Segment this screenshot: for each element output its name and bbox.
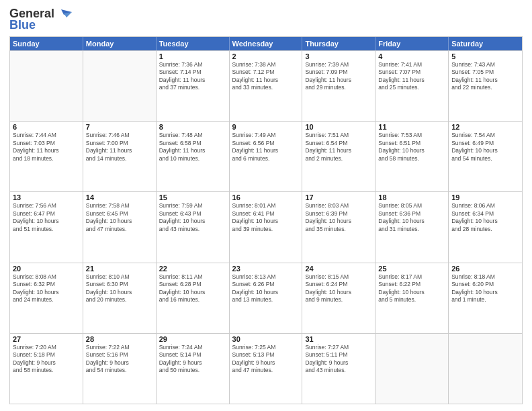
- day-number: 6: [13, 123, 80, 131]
- weekday-header-monday: Monday: [83, 37, 157, 50]
- day-cell-30: 30Sunrise: 7:25 AM Sunset: 5:13 PM Dayli…: [230, 334, 303, 404]
- calendar-row-1: 1Sunrise: 7:36 AM Sunset: 7:14 PM Daylig…: [10, 50, 522, 121]
- header: General Blue: [9, 7, 523, 32]
- day-cell-19: 19Sunrise: 8:06 AM Sunset: 6:34 PM Dayli…: [449, 192, 522, 262]
- calendar: SundayMondayTuesdayWednesdayThursdayFrid…: [9, 36, 523, 404]
- day-number: 18: [378, 193, 445, 201]
- day-info: Sunrise: 7:54 AM Sunset: 6:49 PM Dayligh…: [451, 132, 519, 163]
- day-cell-23: 23Sunrise: 8:13 AM Sunset: 6:26 PM Dayli…: [230, 263, 303, 333]
- day-cell-26: 26Sunrise: 8:18 AM Sunset: 6:20 PM Dayli…: [449, 263, 522, 333]
- day-cell-8: 8Sunrise: 7:48 AM Sunset: 6:58 PM Daylig…: [157, 122, 230, 191]
- day-info: Sunrise: 7:24 AM Sunset: 5:14 PM Dayligh…: [159, 344, 226, 375]
- day-info: Sunrise: 7:48 AM Sunset: 6:58 PM Dayligh…: [159, 132, 226, 163]
- day-number: 5: [451, 52, 519, 60]
- day-info: Sunrise: 8:06 AM Sunset: 6:34 PM Dayligh…: [451, 202, 519, 233]
- day-cell-27: 27Sunrise: 7:20 AM Sunset: 5:18 PM Dayli…: [10, 334, 83, 404]
- day-cell-17: 17Sunrise: 8:03 AM Sunset: 6:39 PM Dayli…: [302, 192, 375, 262]
- day-info: Sunrise: 7:44 AM Sunset: 7:03 PM Dayligh…: [13, 132, 80, 163]
- empty-cell: [83, 51, 157, 121]
- day-info: Sunrise: 8:03 AM Sunset: 6:39 PM Dayligh…: [305, 202, 372, 233]
- weekday-header-tuesday: Tuesday: [157, 37, 230, 50]
- day-number: 31: [305, 335, 372, 343]
- day-cell-13: 13Sunrise: 7:56 AM Sunset: 6:47 PM Dayli…: [10, 192, 83, 262]
- day-number: 13: [13, 193, 80, 201]
- calendar-row-4: 20Sunrise: 8:08 AM Sunset: 6:32 PM Dayli…: [10, 263, 522, 333]
- page: General Blue SundayMondayTuesdayWednesda…: [0, 0, 532, 411]
- day-info: Sunrise: 7:39 AM Sunset: 7:09 PM Dayligh…: [305, 61, 372, 92]
- weekday-header-saturday: Saturday: [449, 37, 522, 50]
- day-info: Sunrise: 8:01 AM Sunset: 6:41 PM Dayligh…: [232, 202, 300, 233]
- day-info: Sunrise: 7:53 AM Sunset: 6:51 PM Dayligh…: [378, 132, 445, 163]
- day-cell-7: 7Sunrise: 7:46 AM Sunset: 7:00 PM Daylig…: [83, 122, 157, 191]
- day-cell-4: 4Sunrise: 7:41 AM Sunset: 7:07 PM Daylig…: [375, 51, 449, 121]
- calendar-row-5: 27Sunrise: 7:20 AM Sunset: 5:18 PM Dayli…: [10, 333, 522, 404]
- day-info: Sunrise: 7:22 AM Sunset: 5:16 PM Dayligh…: [86, 344, 153, 375]
- day-number: 9: [232, 123, 300, 131]
- day-info: Sunrise: 8:15 AM Sunset: 6:24 PM Dayligh…: [305, 273, 372, 304]
- day-number: 28: [86, 335, 153, 343]
- calendar-header: SundayMondayTuesdayWednesdayThursdayFrid…: [10, 37, 522, 50]
- day-cell-18: 18Sunrise: 8:05 AM Sunset: 6:36 PM Dayli…: [375, 192, 449, 262]
- day-cell-14: 14Sunrise: 7:58 AM Sunset: 6:45 PM Dayli…: [83, 192, 157, 262]
- day-info: Sunrise: 8:10 AM Sunset: 6:30 PM Dayligh…: [86, 273, 153, 304]
- logo-bird-icon: [57, 8, 72, 20]
- day-number: 17: [305, 193, 372, 201]
- empty-cell: [10, 51, 83, 121]
- day-number: 10: [305, 123, 372, 131]
- calendar-row-2: 6Sunrise: 7:44 AM Sunset: 7:03 PM Daylig…: [10, 121, 522, 191]
- empty-cell: [449, 334, 522, 404]
- day-info: Sunrise: 7:20 AM Sunset: 5:18 PM Dayligh…: [13, 344, 80, 375]
- logo: General Blue: [9, 7, 72, 32]
- day-number: 8: [159, 123, 226, 131]
- day-number: 7: [86, 123, 153, 131]
- day-number: 1: [159, 52, 226, 60]
- day-info: Sunrise: 7:56 AM Sunset: 6:47 PM Dayligh…: [13, 202, 80, 233]
- empty-cell: [375, 334, 449, 404]
- day-number: 4: [378, 52, 445, 60]
- day-number: 29: [159, 335, 226, 343]
- day-number: 14: [86, 193, 153, 201]
- day-number: 21: [86, 265, 153, 273]
- day-number: 2: [232, 52, 300, 60]
- day-info: Sunrise: 8:18 AM Sunset: 6:20 PM Dayligh…: [451, 273, 519, 304]
- day-cell-24: 24Sunrise: 8:15 AM Sunset: 6:24 PM Dayli…: [302, 263, 375, 333]
- day-number: 15: [159, 193, 226, 201]
- day-info: Sunrise: 7:25 AM Sunset: 5:13 PM Dayligh…: [232, 344, 300, 375]
- day-cell-6: 6Sunrise: 7:44 AM Sunset: 7:03 PM Daylig…: [10, 122, 83, 191]
- day-cell-16: 16Sunrise: 8:01 AM Sunset: 6:41 PM Dayli…: [230, 192, 303, 262]
- day-cell-10: 10Sunrise: 7:51 AM Sunset: 6:54 PM Dayli…: [302, 122, 375, 191]
- day-number: 19: [451, 193, 519, 201]
- day-cell-21: 21Sunrise: 8:10 AM Sunset: 6:30 PM Dayli…: [83, 263, 157, 333]
- day-info: Sunrise: 8:17 AM Sunset: 6:22 PM Dayligh…: [378, 273, 445, 304]
- day-number: 16: [232, 193, 300, 201]
- day-info: Sunrise: 8:11 AM Sunset: 6:28 PM Dayligh…: [159, 273, 226, 304]
- day-info: Sunrise: 7:51 AM Sunset: 6:54 PM Dayligh…: [305, 132, 372, 163]
- day-info: Sunrise: 7:58 AM Sunset: 6:45 PM Dayligh…: [86, 202, 153, 233]
- day-cell-29: 29Sunrise: 7:24 AM Sunset: 5:14 PM Dayli…: [157, 334, 230, 404]
- day-info: Sunrise: 7:59 AM Sunset: 6:43 PM Dayligh…: [159, 202, 226, 233]
- weekday-header-friday: Friday: [375, 37, 449, 50]
- day-number: 30: [232, 335, 300, 343]
- day-cell-22: 22Sunrise: 8:11 AM Sunset: 6:28 PM Dayli…: [157, 263, 230, 333]
- calendar-body: 1Sunrise: 7:36 AM Sunset: 7:14 PM Daylig…: [10, 50, 522, 404]
- day-number: 20: [13, 265, 80, 273]
- day-number: 27: [13, 335, 80, 343]
- day-cell-15: 15Sunrise: 7:59 AM Sunset: 6:43 PM Dayli…: [157, 192, 230, 262]
- day-cell-9: 9Sunrise: 7:49 AM Sunset: 6:56 PM Daylig…: [230, 122, 303, 191]
- day-info: Sunrise: 8:13 AM Sunset: 6:26 PM Dayligh…: [232, 273, 300, 304]
- day-cell-12: 12Sunrise: 7:54 AM Sunset: 6:49 PM Dayli…: [449, 122, 522, 191]
- day-number: 3: [305, 52, 372, 60]
- day-number: 24: [305, 265, 372, 273]
- day-info: Sunrise: 8:05 AM Sunset: 6:36 PM Dayligh…: [378, 202, 445, 233]
- day-info: Sunrise: 7:27 AM Sunset: 5:11 PM Dayligh…: [305, 344, 372, 375]
- logo-blue: Blue: [9, 18, 36, 32]
- day-number: 12: [451, 123, 519, 131]
- weekday-header-thursday: Thursday: [302, 37, 375, 50]
- day-cell-2: 2Sunrise: 7:38 AM Sunset: 7:12 PM Daylig…: [230, 51, 303, 121]
- day-info: Sunrise: 7:46 AM Sunset: 7:00 PM Dayligh…: [86, 132, 153, 163]
- day-info: Sunrise: 8:08 AM Sunset: 6:32 PM Dayligh…: [13, 273, 80, 304]
- day-cell-20: 20Sunrise: 8:08 AM Sunset: 6:32 PM Dayli…: [10, 263, 83, 333]
- day-cell-31: 31Sunrise: 7:27 AM Sunset: 5:11 PM Dayli…: [302, 334, 375, 404]
- day-info: Sunrise: 7:38 AM Sunset: 7:12 PM Dayligh…: [232, 61, 300, 92]
- day-cell-11: 11Sunrise: 7:53 AM Sunset: 6:51 PM Dayli…: [375, 122, 449, 191]
